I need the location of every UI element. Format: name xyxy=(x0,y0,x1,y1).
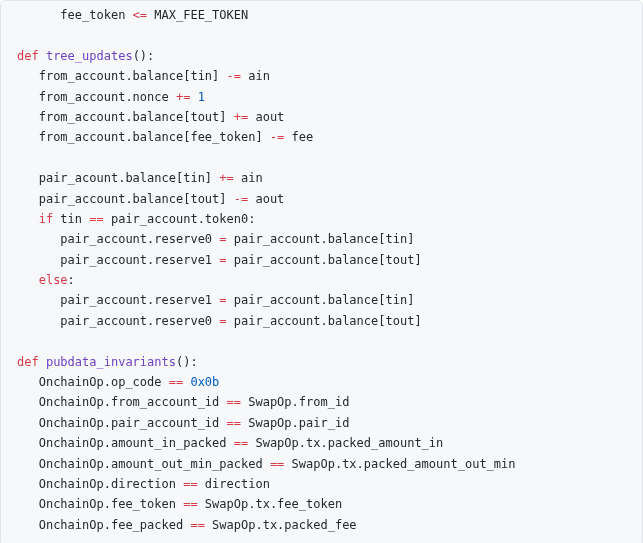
token-txt: SwapOp.pair_id xyxy=(241,416,349,430)
token-txt xyxy=(39,355,46,369)
code-line xyxy=(17,331,626,351)
token-txt: pair_account.reserve1 xyxy=(60,293,219,307)
token-txt: pair_account.reserve0 xyxy=(60,314,219,328)
token-txt: tin xyxy=(53,212,89,226)
indent xyxy=(17,90,39,104)
indent xyxy=(17,130,39,144)
token-txt: SwapOp.tx.packed_fee xyxy=(205,518,357,532)
token-txt: pair_account.balance[tin] xyxy=(227,293,415,307)
token-txt xyxy=(190,90,197,104)
token-op: += xyxy=(219,171,233,185)
token-op: += xyxy=(234,110,248,124)
token-txt: MAX_FEE_TOKEN xyxy=(147,8,248,22)
token-txt: OnchainOp.amount_out_min_packed xyxy=(39,457,270,471)
token-txt: (): xyxy=(133,49,155,63)
indent xyxy=(17,497,39,511)
token-txt: aout xyxy=(248,192,284,206)
code-line: pair_account.reserve0 = pair_account.bal… xyxy=(17,311,626,331)
token-txt: fee_token xyxy=(60,8,132,22)
indent xyxy=(17,477,39,491)
indent xyxy=(17,518,39,532)
code-line: OnchainOp.amount_in_packed == SwapOp.tx.… xyxy=(17,433,626,453)
indent xyxy=(17,436,39,450)
token-num: 1 xyxy=(198,90,205,104)
code-line xyxy=(17,148,626,168)
token-op: -= xyxy=(234,192,248,206)
token-txt: ain xyxy=(241,69,270,83)
token-txt: from_account.nonce xyxy=(39,90,176,104)
token-kw: if xyxy=(39,212,53,226)
token-txt: OnchainOp.fee_token xyxy=(39,497,184,511)
token-txt: pair_account.reserve0 xyxy=(60,232,219,246)
code-line: fee_token <= MAX_FEE_TOKEN xyxy=(17,5,626,25)
code-line: OnchainOp.from_account_id == SwapOp.from… xyxy=(17,392,626,412)
indent xyxy=(17,192,39,206)
token-op: == xyxy=(183,477,197,491)
code-line: OnchainOp.fee_token == SwapOp.tx.fee_tok… xyxy=(17,494,626,514)
code-line: pair_account.reserve1 = pair_account.bal… xyxy=(17,290,626,310)
token-op: == xyxy=(227,395,241,409)
token-txt: pair_account.balance[tout] xyxy=(39,192,234,206)
token-op: -= xyxy=(227,69,241,83)
token-kw: def xyxy=(17,355,39,369)
token-txt: pair_account.balance[tout] xyxy=(227,253,422,267)
indent xyxy=(17,212,39,226)
indent xyxy=(17,253,60,267)
token-txt: pair_acount.balance[tin] xyxy=(39,171,220,185)
code-line: OnchainOp.fee_packed == SwapOp.tx.packed… xyxy=(17,515,626,535)
token-txt: aout xyxy=(248,110,284,124)
code-line: OnchainOp.op_code == 0x0b xyxy=(17,372,626,392)
token-fn: tree_updates xyxy=(46,49,133,63)
indent xyxy=(17,416,39,430)
token-txt xyxy=(39,49,46,63)
token-txt: pair_account.balance[tin] xyxy=(227,232,415,246)
indent xyxy=(17,293,60,307)
code-line: OnchainOp.pair_account_id == SwapOp.pair… xyxy=(17,413,626,433)
code-line: if tin == pair_account.token0: xyxy=(17,209,626,229)
token-txt: : xyxy=(68,273,75,287)
token-txt: from_account.balance[tin] xyxy=(39,69,227,83)
token-txt: SwapOp.tx.fee_token xyxy=(198,497,343,511)
code-line: from_account.balance[tin] -= ain xyxy=(17,66,626,86)
token-num: 0x0b xyxy=(190,375,219,389)
code-line: from_account.balance[fee_token] -= fee xyxy=(17,127,626,147)
token-op: = xyxy=(219,293,226,307)
token-txt: from_account.balance[tout] xyxy=(39,110,234,124)
token-txt: SwapOp.tx.packed_amount_out_min xyxy=(284,457,515,471)
token-txt: SwapOp.from_id xyxy=(241,395,349,409)
token-op: = xyxy=(219,253,226,267)
code-line: def tree_updates(): xyxy=(17,46,626,66)
token-kw: def xyxy=(17,49,39,63)
token-op: <= xyxy=(133,8,147,22)
token-op: = xyxy=(219,314,226,328)
token-op: == xyxy=(227,416,241,430)
token-txt: pair_account.balance[tout] xyxy=(227,314,422,328)
code-line: from_account.balance[tout] += aout xyxy=(17,107,626,127)
code-line: pair_account.reserve1 = pair_account.bal… xyxy=(17,250,626,270)
indent xyxy=(17,232,60,246)
code-line: else: xyxy=(17,270,626,290)
token-txt: OnchainOp.fee_packed xyxy=(39,518,191,532)
code-line: pair_account.balance[tout] -= aout xyxy=(17,189,626,209)
token-kw: else xyxy=(39,273,68,287)
token-fn: pubdata_invariants xyxy=(46,355,176,369)
indent xyxy=(17,110,39,124)
code-line: pair_acount.balance[tin] += ain xyxy=(17,168,626,188)
token-txt: ain xyxy=(234,171,263,185)
indent xyxy=(17,69,39,83)
token-op: == xyxy=(169,375,183,389)
token-txt: direction xyxy=(198,477,270,491)
token-op: == xyxy=(270,457,284,471)
token-txt: pair_account.token0: xyxy=(104,212,256,226)
token-txt: pair_account.reserve1 xyxy=(60,253,219,267)
indent xyxy=(17,273,39,287)
code-line: OnchainOp.amount_out_min_packed == SwapO… xyxy=(17,454,626,474)
token-op: = xyxy=(219,232,226,246)
token-txt: OnchainOp.amount_in_packed xyxy=(39,436,234,450)
code-line: def pubdata_invariants(): xyxy=(17,352,626,372)
indent xyxy=(17,457,39,471)
token-txt: OnchainOp.from_account_id xyxy=(39,395,227,409)
token-txt: (): xyxy=(176,355,198,369)
token-txt: from_account.balance[fee_token] xyxy=(39,130,270,144)
code-line: pair_account.reserve0 = pair_account.bal… xyxy=(17,229,626,249)
